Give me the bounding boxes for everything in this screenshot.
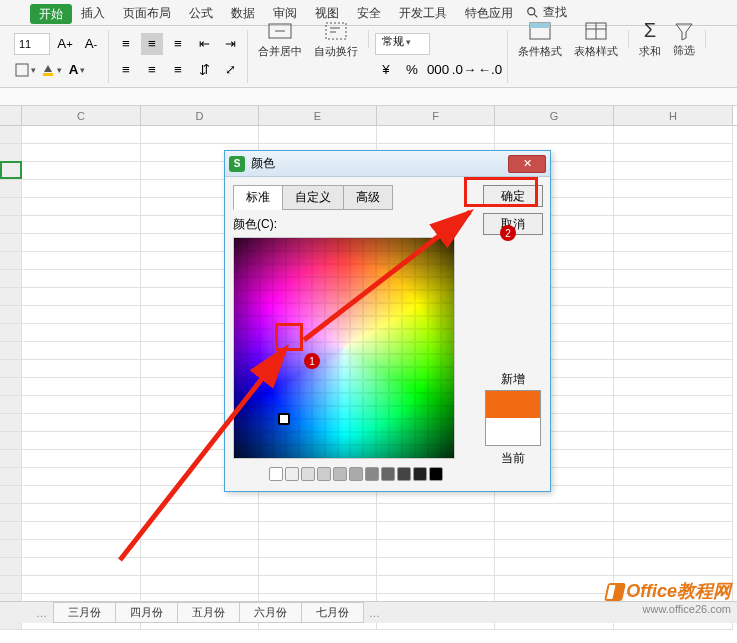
active-cell[interactable] [0, 161, 22, 179]
color-swatch[interactable] [389, 290, 402, 303]
color-swatch[interactable] [376, 303, 389, 316]
color-swatch[interactable] [273, 251, 286, 264]
color-swatch[interactable] [415, 380, 428, 393]
color-swatch[interactable] [260, 445, 273, 458]
color-swatch[interactable] [312, 290, 325, 303]
color-swatch[interactable] [273, 393, 286, 406]
color-swatch[interactable] [441, 354, 454, 367]
gray-swatch[interactable] [285, 467, 299, 481]
color-swatch[interactable] [234, 342, 247, 355]
color-swatch[interactable] [428, 342, 441, 355]
color-swatch[interactable] [415, 367, 428, 380]
color-swatch[interactable] [273, 367, 286, 380]
color-swatch[interactable] [273, 342, 286, 355]
color-swatch[interactable] [234, 367, 247, 380]
color-swatch[interactable] [338, 406, 351, 419]
color-swatch[interactable] [363, 354, 376, 367]
color-swatch[interactable] [389, 432, 402, 445]
tab-special[interactable]: 特色应用 [456, 0, 522, 26]
color-swatch[interactable] [286, 329, 299, 342]
color-swatch[interactable] [389, 251, 402, 264]
color-swatch[interactable] [299, 342, 312, 355]
color-swatch[interactable] [234, 316, 247, 329]
col-header[interactable]: D [141, 106, 259, 125]
color-swatch[interactable] [441, 445, 454, 458]
color-swatch[interactable] [350, 238, 363, 251]
color-swatch[interactable] [402, 251, 415, 264]
color-swatch[interactable] [260, 251, 273, 264]
color-swatch[interactable] [376, 380, 389, 393]
color-swatch[interactable] [363, 329, 376, 342]
color-swatch[interactable] [350, 367, 363, 380]
color-swatch[interactable] [312, 367, 325, 380]
color-swatch[interactable] [389, 316, 402, 329]
color-swatch[interactable] [247, 251, 260, 264]
color-swatch[interactable] [286, 238, 299, 251]
color-swatch[interactable] [415, 432, 428, 445]
color-swatch[interactable] [363, 303, 376, 316]
color-swatch[interactable] [376, 393, 389, 406]
color-swatch[interactable] [350, 393, 363, 406]
color-swatch[interactable] [299, 406, 312, 419]
color-swatch[interactable] [273, 264, 286, 277]
color-swatch[interactable] [286, 354, 299, 367]
color-swatch[interactable] [299, 238, 312, 251]
color-swatch[interactable] [402, 406, 415, 419]
color-swatch[interactable] [325, 342, 338, 355]
color-swatch[interactable] [286, 277, 299, 290]
color-swatch[interactable] [338, 277, 351, 290]
color-swatch[interactable] [441, 316, 454, 329]
color-swatch[interactable] [312, 303, 325, 316]
align-middle-icon[interactable]: ≡ [141, 33, 163, 55]
color-swatch[interactable] [234, 380, 247, 393]
color-swatch[interactable] [299, 264, 312, 277]
color-swatch[interactable] [286, 342, 299, 355]
color-swatch[interactable] [299, 419, 312, 432]
color-swatch[interactable] [389, 238, 402, 251]
color-swatch[interactable] [247, 380, 260, 393]
increase-font-icon[interactable]: A+ [54, 33, 76, 55]
color-swatch[interactable] [389, 445, 402, 458]
tab-advanced[interactable]: 高级 [343, 185, 393, 210]
color-swatch[interactable] [428, 354, 441, 367]
color-swatch[interactable] [260, 238, 273, 251]
color-swatch[interactable] [363, 316, 376, 329]
tab-layout[interactable]: 页面布局 [114, 0, 180, 26]
color-swatch[interactable] [312, 419, 325, 432]
color-swatch[interactable] [299, 303, 312, 316]
color-swatch[interactable] [402, 290, 415, 303]
color-swatch[interactable] [376, 354, 389, 367]
color-swatch[interactable] [402, 367, 415, 380]
color-swatch[interactable] [363, 290, 376, 303]
color-swatch[interactable] [273, 316, 286, 329]
color-swatch[interactable] [338, 380, 351, 393]
color-swatch[interactable] [402, 303, 415, 316]
tab-standard[interactable]: 标准 [233, 185, 283, 210]
color-swatch[interactable] [260, 316, 273, 329]
indent-inc-icon[interactable]: ⇥ [219, 33, 241, 55]
color-swatch[interactable] [350, 290, 363, 303]
color-swatch[interactable] [428, 277, 441, 290]
col-header[interactable]: C [22, 106, 141, 125]
color-swatch[interactable] [299, 277, 312, 290]
color-swatch[interactable] [260, 367, 273, 380]
color-swatch[interactable] [247, 367, 260, 380]
color-swatch[interactable] [338, 303, 351, 316]
color-swatch[interactable] [415, 329, 428, 342]
color-swatch[interactable] [325, 290, 338, 303]
sheet-tab-may[interactable]: 五月份 [177, 602, 240, 623]
color-swatch[interactable] [338, 238, 351, 251]
align-top-icon[interactable]: ≡ [115, 33, 137, 55]
color-swatch[interactable] [415, 316, 428, 329]
color-swatch[interactable] [402, 264, 415, 277]
color-swatch[interactable] [350, 251, 363, 264]
color-swatch[interactable] [325, 277, 338, 290]
color-swatch[interactable] [402, 277, 415, 290]
decrease-font-icon[interactable]: A- [80, 33, 102, 55]
color-swatch[interactable] [260, 393, 273, 406]
color-swatch[interactable] [312, 264, 325, 277]
color-swatch[interactable] [402, 342, 415, 355]
color-swatch[interactable] [389, 380, 402, 393]
color-swatch[interactable] [376, 342, 389, 355]
color-swatch[interactable] [350, 354, 363, 367]
